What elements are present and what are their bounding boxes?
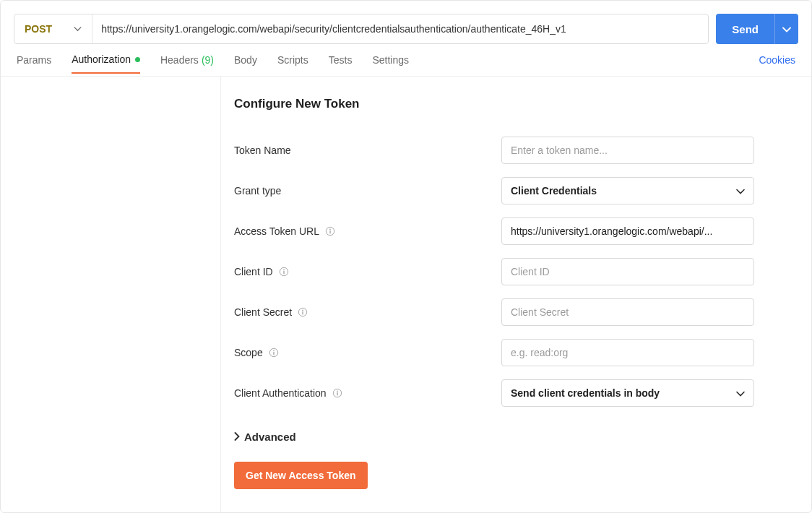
svg-rect-8 [303, 311, 303, 314]
svg-rect-2 [329, 230, 330, 233]
info-icon [279, 267, 289, 277]
label-client-secret: Client Secret [234, 306, 501, 318]
label-scope: Scope [234, 347, 501, 358]
svg-rect-11 [273, 352, 274, 355]
chevron-down-icon [736, 185, 745, 197]
input-scope[interactable]: e.g. read:org [501, 339, 754, 366]
section-title: Configure New Token [234, 97, 798, 111]
label-token-name: Token Name [234, 145, 501, 156]
select-client-authentication[interactable]: Send client credentials in body [501, 379, 754, 407]
select-grant-type[interactable]: Client Credentials [501, 177, 754, 204]
send-button-group: Send [716, 14, 798, 44]
tab-tests[interactable]: Tests [329, 54, 353, 73]
svg-point-1 [329, 229, 331, 230]
method-label: POST [25, 23, 52, 35]
advanced-toggle[interactable]: Advanced [234, 431, 798, 443]
info-icon [325, 226, 335, 236]
row-client-authentication: Client Authentication Send client creden… [234, 373, 798, 413]
cookies-link[interactable]: Cookies [759, 54, 795, 73]
input-client-secret[interactable]: Client Secret [501, 298, 754, 326]
tab-body[interactable]: Body [234, 54, 257, 73]
chevron-down-icon [782, 24, 791, 35]
input-access-token-url[interactable]: https://university1.orangelogic.com/weba… [501, 217, 754, 245]
label-grant-type: Grant type [234, 185, 501, 197]
svg-point-10 [273, 350, 275, 352]
url-text: https://university1.orangelogic.com/weba… [101, 23, 566, 35]
svg-point-13 [337, 391, 338, 392]
chevron-right-icon [234, 431, 240, 443]
body-area: Configure New Token Token Name Enter a t… [1, 76, 811, 512]
tab-headers[interactable]: Headers (9) [160, 54, 214, 73]
tab-scripts[interactable]: Scripts [277, 54, 308, 73]
auth-left-pane [1, 77, 221, 512]
info-icon [332, 388, 342, 398]
row-scope: Scope e.g. read:org [234, 332, 798, 373]
method-select[interactable]: POST [14, 14, 92, 43]
tab-params[interactable]: Params [17, 54, 51, 73]
label-client-authentication: Client Authentication [234, 387, 501, 399]
request-tabs: Params Authorization Headers (9) Body Sc… [1, 44, 811, 76]
status-dot-icon [135, 57, 140, 62]
request-bar: POST https://university1.orangelogic.com… [1, 1, 811, 44]
tab-authorization[interactable]: Authorization [72, 53, 140, 74]
url-input[interactable]: https://university1.orangelogic.com/weba… [92, 14, 708, 43]
row-client-id: Client ID Client ID [234, 251, 798, 292]
row-token-name: Token Name Enter a token name... [234, 130, 798, 171]
input-client-id[interactable]: Client ID [501, 258, 754, 285]
method-url-group: POST https://university1.orangelogic.com… [14, 14, 709, 44]
auth-right-pane: Configure New Token Token Name Enter a t… [221, 77, 811, 512]
app-window: POST https://university1.orangelogic.com… [0, 0, 812, 513]
input-token-name[interactable]: Enter a token name... [501, 137, 754, 164]
label-access-token-url: Access Token URL [234, 225, 501, 237]
svg-rect-5 [283, 271, 284, 274]
send-dropdown-button[interactable] [774, 14, 798, 44]
headers-count: (9) [202, 54, 214, 66]
svg-rect-14 [337, 392, 337, 395]
row-grant-type: Grant type Client Credentials [234, 171, 798, 211]
get-new-access-token-button[interactable]: Get New Access Token [234, 462, 368, 489]
tab-settings[interactable]: Settings [372, 54, 409, 73]
info-icon [269, 348, 279, 358]
send-button[interactable]: Send [716, 14, 774, 44]
svg-point-7 [302, 310, 303, 311]
info-icon [298, 307, 308, 317]
chevron-down-icon [736, 387, 745, 399]
chevron-down-icon [74, 27, 82, 32]
row-client-secret: Client Secret Client Secret [234, 292, 798, 332]
label-client-id: Client ID [234, 266, 501, 277]
row-access-token-url: Access Token URL https://university1.ora… [234, 211, 798, 251]
svg-point-4 [283, 270, 285, 271]
